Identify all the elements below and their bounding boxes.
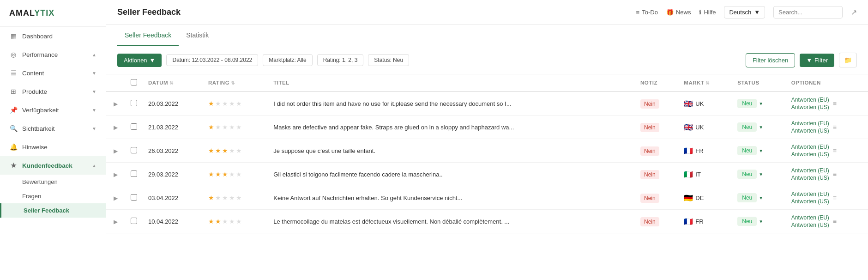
sidebar-label-dashboard: Dashboard bbox=[22, 33, 53, 40]
expand-row-button[interactable]: ▶ bbox=[112, 146, 120, 156]
status-dropdown-icon[interactable]: ▼ bbox=[759, 219, 763, 224]
cell-optionen: Antworten (EU) Antworten (US) ≡ bbox=[786, 116, 868, 139]
th-markt[interactable]: MARKT⇅ bbox=[678, 74, 732, 91]
status-dropdown-icon[interactable]: ▼ bbox=[759, 195, 763, 201]
language-selector[interactable]: Deutsch ▼ bbox=[724, 6, 765, 18]
antworten-us-link[interactable]: Antworten (US) bbox=[791, 222, 829, 228]
star-empty-icon: ★ bbox=[236, 147, 242, 154]
news-label: News bbox=[676, 9, 691, 16]
sidebar-sub-fragen[interactable]: Fragen bbox=[0, 189, 106, 203]
sidebar-sub-bewertungen[interactable]: Bewertungen bbox=[0, 175, 106, 189]
row-checkbox[interactable] bbox=[131, 218, 137, 224]
row-checkbox[interactable] bbox=[131, 194, 137, 201]
market-flag: 🇫🇷 bbox=[684, 146, 693, 155]
status-dropdown-icon[interactable]: ▼ bbox=[759, 148, 763, 153]
antworten-eu-link[interactable]: Antworten (EU) bbox=[791, 144, 829, 150]
sidebar-item-verfugbarkeit[interactable]: 📌 Verfügbarkeit ▼ bbox=[0, 101, 106, 119]
header: Seller Feedback ≡ To-Do 🎁 News ℹ Hilfe D… bbox=[106, 0, 868, 25]
th-rating[interactable]: RATING⇅ bbox=[203, 74, 268, 91]
expand-row-button[interactable]: ▶ bbox=[112, 193, 120, 203]
hilfe-label: Hilfe bbox=[704, 9, 716, 16]
cell-rating: ★★★★★ bbox=[203, 210, 268, 233]
tab-seller-feedback-label: Seller Feedback bbox=[125, 31, 171, 39]
sidebar-item-dashboard[interactable]: ▦ Dashboard bbox=[0, 27, 106, 45]
cell-optionen: Antworten (EU) Antworten (US) ≡ bbox=[786, 210, 868, 233]
filter-loeschen-button[interactable]: Filter löschen bbox=[746, 53, 795, 67]
star-empty-icon: ★ bbox=[229, 218, 235, 225]
cell-titel: Je suppose que c'est une taille enfant. bbox=[268, 139, 635, 163]
antworten-us-link[interactable]: Antworten (US) bbox=[791, 128, 829, 134]
sidebar-item-content[interactable]: ☰ Content ▼ bbox=[0, 64, 106, 82]
filter-chip-status[interactable]: Status: Neu bbox=[368, 54, 409, 66]
hilfe-nav[interactable]: ℹ Hilfe bbox=[699, 9, 716, 16]
status-dropdown-icon[interactable]: ▼ bbox=[759, 125, 763, 130]
status-dropdown-icon[interactable]: ▼ bbox=[759, 101, 763, 106]
row-checkbox[interactable] bbox=[131, 147, 137, 153]
expand-row-button[interactable]: ▶ bbox=[112, 99, 120, 109]
market-code: FR bbox=[695, 147, 703, 154]
expand-row-button[interactable]: ▶ bbox=[112, 122, 120, 133]
sidebar-item-kundenfeedback[interactable]: ★ Kundenfeedback ▲ bbox=[0, 156, 106, 175]
todo-nav[interactable]: ≡ To-Do bbox=[636, 9, 658, 16]
antworten-us-link[interactable]: Antworten (US) bbox=[791, 151, 829, 158]
external-link-icon[interactable]: ↗ bbox=[851, 8, 857, 17]
th-expand bbox=[106, 74, 125, 91]
sidebar-item-produkte[interactable]: ⊞ Produkte ▼ bbox=[0, 82, 106, 101]
antworten-us-link[interactable]: Antworten (US) bbox=[791, 198, 829, 205]
filter-chip-datum[interactable]: Datum: 12.03.2022 - 08.09.2022 bbox=[166, 54, 258, 66]
filter-chip-rating[interactable]: Rating: 1, 2, 3 bbox=[317, 54, 364, 66]
status-dropdown-icon[interactable]: ▼ bbox=[759, 172, 763, 177]
cell-optionen: Antworten (EU) Antworten (US) ≡ bbox=[786, 163, 868, 186]
toolbar: Aktionen ▼ Datum: 12.03.2022 - 08.09.202… bbox=[106, 46, 868, 74]
star-empty-icon: ★ bbox=[222, 123, 228, 131]
sidebar-item-sichtbarkeit[interactable]: 🔍 Sichtbarkeit ▼ bbox=[0, 119, 106, 138]
expand-row-button[interactable]: ▶ bbox=[112, 170, 120, 180]
cell-optionen: Antworten (EU) Antworten (US) ≡ bbox=[786, 91, 868, 116]
antworten-eu-link[interactable]: Antworten (EU) bbox=[791, 214, 829, 221]
star-filled-icon: ★ bbox=[215, 147, 221, 154]
chevron-down-icon: ▼ bbox=[92, 126, 96, 131]
logo-text: AMALYTIX bbox=[9, 8, 54, 18]
antworten-eu-link[interactable]: Antworten (EU) bbox=[791, 167, 829, 174]
options-menu-icon[interactable]: ≡ bbox=[833, 100, 837, 107]
sidebar-item-hinweise[interactable]: 🔔 Hinweise bbox=[0, 138, 106, 156]
options-menu-icon[interactable]: ≡ bbox=[833, 123, 837, 131]
sidebar-item-performance[interactable]: ◎ Performance ▲ bbox=[0, 45, 106, 64]
export-button[interactable]: 📁 bbox=[839, 53, 857, 67]
status-badge: Neu bbox=[737, 217, 757, 226]
star-empty-icon: ★ bbox=[215, 123, 221, 131]
antworten-eu-link[interactable]: Antworten (EU) bbox=[791, 191, 829, 197]
news-nav[interactable]: 🎁 News bbox=[666, 9, 691, 16]
antworten-us-link[interactable]: Antworten (US) bbox=[791, 104, 829, 110]
options-menu-icon[interactable]: ≡ bbox=[833, 218, 837, 225]
antworten-eu-link[interactable]: Antworten (EU) bbox=[791, 97, 829, 103]
market-flag: 🇮🇹 bbox=[684, 170, 693, 179]
expand-row-button[interactable]: ▶ bbox=[112, 217, 120, 227]
actions-button[interactable]: Aktionen ▼ bbox=[117, 54, 162, 67]
filter-chip-marktplatz[interactable]: Marktplatz: Alle bbox=[263, 54, 312, 66]
antworten-eu-link[interactable]: Antworten (EU) bbox=[791, 120, 829, 127]
row-checkbox[interactable] bbox=[131, 100, 137, 106]
filter-datum-label: Datum: 12.03.2022 - 08.09.2022 bbox=[172, 57, 252, 63]
notiz-badge: Nein bbox=[640, 194, 659, 203]
antworten-us-link[interactable]: Antworten (US) bbox=[791, 175, 829, 181]
row-checkbox[interactable] bbox=[131, 170, 137, 177]
tab-seller-feedback[interactable]: Seller Feedback bbox=[117, 25, 179, 46]
tab-statistik[interactable]: Statistik bbox=[179, 25, 216, 46]
filter-button[interactable]: ▼ Filter bbox=[800, 54, 834, 67]
star-empty-icon: ★ bbox=[215, 100, 221, 107]
row-checkbox[interactable] bbox=[131, 123, 137, 130]
titel-text: Keine Antwort auf Nachrichten erhalten. … bbox=[273, 195, 462, 201]
cell-status: Neu▼ bbox=[732, 116, 786, 139]
cell-titel: Keine Antwort auf Nachrichten erhalten. … bbox=[268, 186, 635, 210]
sidebar-sub-seller-feedback[interactable]: Seller Feedback bbox=[0, 203, 106, 218]
actions-chevron-icon: ▼ bbox=[150, 57, 156, 64]
th-datum[interactable]: DATUM⇅ bbox=[143, 74, 203, 91]
options-menu-icon[interactable]: ≡ bbox=[833, 194, 837, 201]
options-menu-icon[interactable]: ≡ bbox=[833, 147, 837, 154]
search-input[interactable] bbox=[773, 6, 843, 18]
options-menu-icon[interactable]: ≡ bbox=[833, 170, 837, 178]
cell-status: Neu▼ bbox=[732, 139, 786, 163]
dashboard-icon: ▦ bbox=[9, 32, 18, 40]
select-all-checkbox[interactable] bbox=[131, 79, 137, 85]
